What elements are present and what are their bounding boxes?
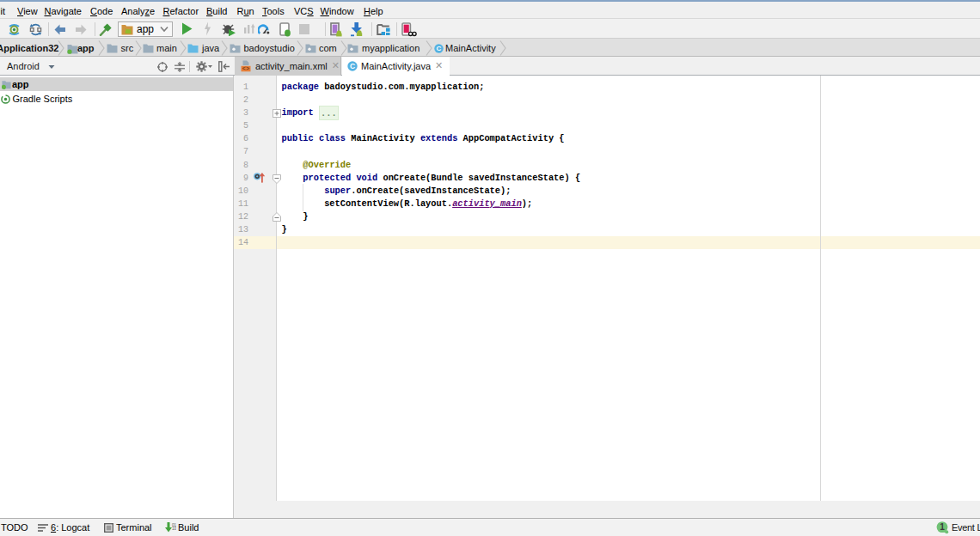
svg-text:C: C xyxy=(350,62,355,70)
svg-text:<>: <> xyxy=(242,65,249,72)
svg-text:1: 1 xyxy=(940,522,945,532)
svg-text:C: C xyxy=(437,45,442,52)
svg-text:10: 10 xyxy=(172,527,176,531)
